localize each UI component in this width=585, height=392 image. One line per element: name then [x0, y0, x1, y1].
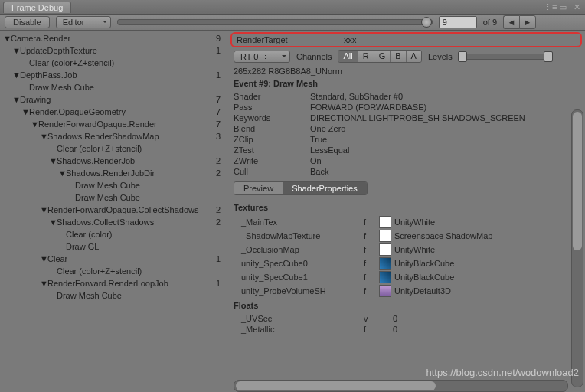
frame-field[interactable]: 9 — [439, 16, 477, 28]
texture-type: f — [364, 259, 379, 268]
render-target-value: xxx — [344, 35, 357, 44]
texture-row[interactable]: unity_SpecCube0fUnityBlackCube — [234, 256, 579, 270]
tree-label: RenderForward.RenderLoopJob — [47, 279, 168, 288]
disclosure-triangle-icon[interactable]: ▼ — [12, 46, 20, 55]
prop-key: ZTest — [234, 145, 310, 155]
disclosure-triangle-icon[interactable]: ▼ — [40, 132, 47, 141]
channel-a[interactable]: A — [407, 51, 421, 62]
scrollbar-thumb[interactable] — [236, 381, 436, 390]
float-row[interactable]: _Metallicf0 — [234, 324, 579, 335]
prop-key: Shader — [234, 92, 310, 101]
channel-b[interactable]: B — [391, 51, 406, 62]
texture-row[interactable]: unity_SpecCube1fUnityBlackCube — [234, 270, 579, 284]
float-value: 0 — [393, 314, 397, 323]
texture-name: unity_SpecCube1 — [234, 273, 364, 282]
float-row[interactable]: _UVSecv0 — [234, 313, 579, 324]
tree-row[interactable]: ▼Render.OpaqueGeometry7 — [0, 106, 227, 118]
disclosure-triangle-icon[interactable]: ▼ — [58, 168, 66, 178]
tree-row[interactable]: ▼Shadows.RenderJobDir2 — [0, 167, 227, 179]
vertical-scrollbar[interactable] — [571, 109, 583, 387]
options-icon[interactable]: ⋮≡ — [544, 2, 554, 12]
tree-row[interactable]: Draw GL — [0, 240, 227, 253]
disclosure-triangle-icon[interactable]: ▼ — [40, 279, 47, 288]
prop-value: DIRECTIONAL LIGHTPROBE_SH SHADOWS_SCREEN — [310, 113, 579, 122]
prop-value: Standard, SubShader #0 — [310, 92, 579, 101]
disclosure-triangle-icon[interactable]: ▼ — [21, 107, 29, 116]
texture-icon — [379, 243, 391, 256]
tree-row[interactable]: Draw Mesh Cube — [0, 191, 227, 204]
tree-row[interactable]: ▼RenderForwardOpaque.CollectShadows2 — [0, 204, 227, 216]
tree-row[interactable]: ▼Shadows.RenderJob2 — [0, 155, 227, 167]
frame-slider[interactable] — [117, 19, 433, 25]
tree-row[interactable]: ▼DepthPass.Job1 — [0, 69, 227, 81]
prev-button[interactable]: ◄ — [503, 15, 519, 29]
tree-label: Draw Mesh Cube — [75, 181, 140, 190]
texture-row[interactable]: _OcclusionMapfUnityWhite — [234, 243, 579, 256]
disclosure-triangle-icon[interactable]: ▼ — [3, 34, 11, 43]
texture-row[interactable]: _ShadowMapTexturefScreenspace ShadowMap — [234, 229, 579, 243]
rt-dropdown[interactable]: RT 0 ÷ — [234, 51, 290, 63]
tree-row[interactable]: ▼RenderForward.RenderLoopJob1 — [0, 277, 227, 289]
disable-button[interactable]: Disable — [5, 16, 50, 28]
tree-row[interactable]: Draw Mesh Cube — [0, 81, 227, 93]
tree-label: Draw GL — [66, 242, 99, 251]
tree-row[interactable]: Draw Mesh Cube — [0, 179, 227, 191]
texture-value: Screenspace ShadowMap — [394, 231, 492, 240]
tree-label: Shadows.RenderJobDir — [66, 168, 155, 178]
tree-row[interactable]: ▼Shadows.RenderShadowMap3 — [0, 130, 227, 142]
tree-label: Shadows.RenderJob — [57, 156, 135, 165]
scrollbar-thumb[interactable] — [573, 112, 582, 250]
tree-row[interactable]: ▼Clear1 — [0, 253, 227, 265]
tab-preview[interactable]: Preview — [234, 182, 283, 194]
tab-shaderproperties[interactable]: ShaderProperties — [283, 182, 367, 194]
close-icon[interactable]: ✕ — [571, 2, 582, 12]
disclosure-triangle-icon[interactable]: ▼ — [40, 254, 47, 263]
slider-thumb-icon[interactable] — [421, 17, 432, 28]
tree-count: 9 — [216, 34, 224, 43]
prop-key: Keywords — [234, 113, 310, 122]
minimize-icon[interactable]: ▭ — [557, 2, 568, 12]
tree-row[interactable]: Clear (color+Z+stencil) — [0, 142, 227, 155]
prop-key: ZClip — [234, 135, 310, 144]
disclosure-triangle-icon[interactable]: ▼ — [31, 119, 38, 129]
channel-g[interactable]: G — [374, 51, 391, 62]
disclosure-triangle-icon[interactable]: ▼ — [12, 70, 20, 80]
channels-toggle[interactable]: AllRGBA — [338, 50, 421, 63]
tree-row[interactable]: Clear (color+Z+stencil) — [0, 265, 227, 277]
levels-slider[interactable] — [459, 54, 552, 60]
tree-label: Clear (color+Z+stencil) — [57, 144, 142, 153]
disclosure-triangle-icon[interactable]: ▼ — [12, 95, 20, 104]
disclosure-triangle-icon[interactable]: ▼ — [40, 205, 47, 214]
next-button[interactable]: ► — [519, 15, 536, 29]
horizontal-scrollbar[interactable] — [234, 380, 568, 392]
disclosure-triangle-icon[interactable]: ▼ — [49, 217, 57, 227]
texture-value: UnityWhite — [394, 217, 435, 227]
window-tab[interactable]: Frame Debug — [3, 2, 71, 13]
tree-count: 7 — [216, 95, 224, 104]
texture-value: UnityWhite — [394, 245, 435, 254]
target-dropdown[interactable]: Editor — [56, 16, 111, 28]
channel-r[interactable]: R — [358, 51, 374, 62]
texture-row[interactable]: unity_ProbeVolumeSHfUnityDefault3D — [234, 284, 579, 298]
texture-row[interactable]: _MainTexfUnityWhite — [234, 215, 579, 229]
tree-label: Camera.Render — [11, 34, 70, 43]
channel-all[interactable]: All — [338, 51, 358, 62]
event-tree[interactable]: ▼Camera.Render9▼UpdateDepthTexture1Clear… — [0, 31, 227, 392]
tree-row[interactable]: Clear (color+Z+stencil) — [0, 57, 227, 69]
tree-row[interactable]: ▼Shadows.CollectShadows2 — [0, 216, 227, 228]
frame-total-label: of 9 — [483, 18, 497, 27]
tree-count: 3 — [216, 132, 224, 141]
float-name: _Metallic — [234, 325, 364, 334]
tree-label: DepthPass.Job — [20, 70, 77, 80]
disclosure-triangle-icon[interactable]: ▼ — [49, 156, 57, 165]
tree-row[interactable]: Clear (color) — [0, 228, 227, 240]
tree-row[interactable]: Draw Mesh Cube — [0, 289, 227, 302]
tree-row[interactable]: ▼UpdateDepthTexture1 — [0, 44, 227, 57]
prop-value: LessEqual — [310, 145, 579, 155]
tree-row[interactable]: ▼Camera.Render9 — [0, 32, 227, 44]
tree-row[interactable]: ▼Drawing7 — [0, 93, 227, 106]
inspector-tabs[interactable]: Preview ShaderProperties — [234, 181, 368, 195]
tree-row[interactable]: ▼RenderForwardOpaque.Render7 — [0, 118, 227, 130]
event-title: Event #9: Draw Mesh — [234, 76, 579, 91]
texture-type: f — [364, 231, 379, 240]
